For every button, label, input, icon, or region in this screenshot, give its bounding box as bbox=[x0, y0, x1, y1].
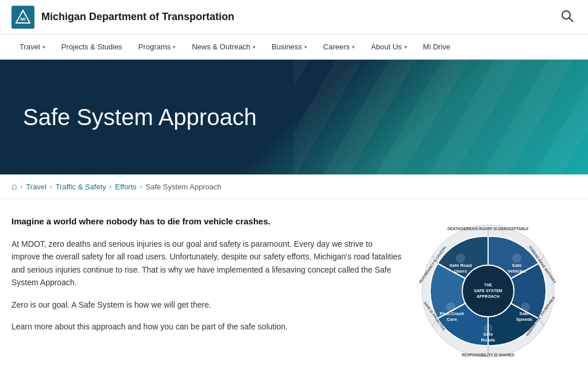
svg-line-3 bbox=[570, 18, 574, 22]
safe-system-wheel: THE SAFE SYSTEM APPROACH Safe Road Users… bbox=[419, 222, 557, 360]
svg-text:MI: MI bbox=[21, 17, 26, 22]
svg-point-32 bbox=[512, 254, 521, 263]
nav-label-projects: Projects & Studies bbox=[61, 42, 122, 51]
nav-item-midrive[interactable]: Mi Drive bbox=[415, 34, 459, 59]
main-content: Imagine a world where nobody has to die … bbox=[0, 199, 588, 365]
nav-label-programs: Programs bbox=[138, 42, 171, 51]
breadcrumb: ⌂ › Travel › Traffic & Safety › Efforts … bbox=[0, 174, 588, 199]
chevron-down-icon: ▾ bbox=[42, 44, 45, 50]
content-para-3: Learn more about this approach and how y… bbox=[11, 320, 402, 333]
header-brand: MI Michigan Department of Transportation bbox=[11, 6, 234, 29]
breadcrumb-sep: › bbox=[140, 183, 142, 190]
nav-item-travel[interactable]: Travel ▾ bbox=[11, 34, 53, 59]
svg-text:Safe: Safe bbox=[512, 263, 522, 268]
org-name: Michigan Department of Transportation bbox=[41, 11, 234, 23]
page-header: MI Michigan Department of Transportation bbox=[0, 0, 588, 34]
svg-point-2 bbox=[562, 11, 570, 19]
breadcrumb-sep: › bbox=[50, 183, 52, 190]
svg-text:APPROACH: APPROACH bbox=[477, 294, 500, 298]
breadcrumb-sep: › bbox=[110, 183, 112, 190]
search-button[interactable] bbox=[558, 7, 577, 27]
content-heading: Imagine a world where nobody has to die … bbox=[11, 216, 402, 226]
main-nav: Travel ▾ Projects & Studies Programs ▾ N… bbox=[0, 34, 588, 60]
svg-text:Safe Road: Safe Road bbox=[449, 263, 471, 268]
breadcrumb-home[interactable]: ⌂ bbox=[11, 181, 17, 192]
svg-text:SAFE SYSTEM: SAFE SYSTEM bbox=[474, 289, 502, 293]
logo: MI bbox=[11, 6, 34, 29]
content-para-2: Zero is our goal. A Safe System is how w… bbox=[11, 298, 402, 311]
svg-point-35 bbox=[446, 302, 455, 312]
nav-label-news: News & Outreach bbox=[192, 42, 250, 51]
svg-text:Safe: Safe bbox=[520, 311, 529, 316]
hero-banner: Safe System Approach bbox=[0, 60, 588, 174]
breadcrumb-sep: › bbox=[21, 183, 23, 190]
svg-point-33 bbox=[521, 302, 530, 312]
wheel-diagram: THE SAFE SYSTEM APPROACH Safe Road Users… bbox=[413, 216, 563, 360]
svg-text:Speeds: Speeds bbox=[516, 317, 533, 322]
breadcrumb-travel[interactable]: Travel bbox=[26, 182, 47, 191]
nav-label-about: About Us bbox=[371, 42, 401, 51]
content-para-1: At MDOT, zero deaths and serious injurie… bbox=[11, 238, 402, 289]
svg-point-34 bbox=[483, 324, 493, 333]
nav-label-midrive: Mi Drive bbox=[423, 42, 451, 51]
nav-label-careers: Careers bbox=[323, 42, 350, 51]
breadcrumb-current: Safe System Approach bbox=[146, 182, 222, 191]
breadcrumb-traffic-safety[interactable]: Traffic & Safety bbox=[56, 182, 106, 191]
svg-text:THE: THE bbox=[484, 283, 492, 287]
content-area: Imagine a world where nobody has to die … bbox=[11, 216, 402, 360]
nav-label-business: Business bbox=[272, 42, 302, 51]
nav-item-news[interactable]: News & Outreach ▾ bbox=[184, 34, 264, 59]
svg-text:Roads: Roads bbox=[481, 337, 496, 343]
nav-label-travel: Travel bbox=[20, 42, 40, 51]
svg-point-31 bbox=[456, 254, 465, 263]
chevron-down-icon: ▾ bbox=[404, 44, 407, 50]
chevron-down-icon: ▾ bbox=[304, 44, 307, 50]
svg-text:Care: Care bbox=[447, 317, 457, 322]
nav-item-careers[interactable]: Careers ▾ bbox=[315, 34, 363, 59]
chevron-down-icon: ▾ bbox=[352, 44, 355, 50]
nav-item-projects[interactable]: Projects & Studies bbox=[53, 34, 130, 59]
nav-item-about[interactable]: About Us ▾ bbox=[363, 34, 415, 59]
nav-item-business[interactable]: Business ▾ bbox=[264, 34, 315, 59]
hero-title: Safe System Approach bbox=[23, 104, 257, 130]
home-icon: ⌂ bbox=[11, 181, 17, 191]
search-icon bbox=[561, 10, 574, 22]
chevron-down-icon: ▾ bbox=[173, 44, 176, 50]
chevron-down-icon: ▾ bbox=[253, 44, 256, 50]
svg-text:Post-Crash: Post-Crash bbox=[440, 311, 465, 316]
svg-text:Users: Users bbox=[454, 269, 467, 274]
breadcrumb-efforts[interactable]: Efforts bbox=[115, 182, 136, 191]
svg-text:Vehicles: Vehicles bbox=[508, 269, 527, 274]
nav-item-programs[interactable]: Programs ▾ bbox=[130, 34, 184, 59]
